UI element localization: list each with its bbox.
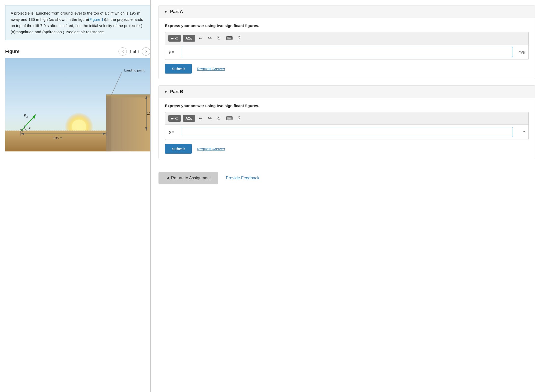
part-b-refresh-btn[interactable]: ↻: [215, 114, 222, 122]
part-a-input-row: v = m/s: [165, 44, 529, 60]
part-a-toolbar: ■ⁿ√□ ΑΣφ ↩ ↪ ↻ ⌨ ?: [165, 32, 529, 44]
part-b-unit: °: [515, 130, 525, 134]
part-b-keyboard-btn[interactable]: ⌨: [224, 114, 234, 122]
part-a-undo-btn[interactable]: ↩: [197, 34, 204, 42]
part-a-label: Part A: [170, 9, 183, 14]
figure-title: Figure: [5, 49, 19, 54]
svg-text:θ: θ: [29, 127, 31, 131]
part-a-greek-btn[interactable]: ΑΣφ: [183, 35, 195, 42]
part-b-submit-btn[interactable]: Submit: [165, 144, 192, 154]
part-a-refresh-btn[interactable]: ↻: [215, 34, 222, 42]
svg-rect-4: [106, 96, 150, 151]
part-b-help-btn[interactable]: ?: [236, 115, 242, 122]
figure-header: Figure < 1 of 1 >: [5, 47, 150, 58]
svg-text:135 m: 135 m: [147, 112, 150, 115]
part-a-answer-input[interactable]: [181, 47, 513, 57]
part-b-actions: Submit Request Answer: [165, 144, 529, 154]
part-b-answer-input[interactable]: [181, 127, 513, 137]
part-a-help-btn[interactable]: ?: [236, 35, 242, 42]
part-b-input-label: θ =: [169, 130, 178, 134]
right-panel: ▼ Part A Express your answer using two s…: [151, 0, 543, 392]
part-b-body: Express your answer using two significan…: [159, 98, 535, 159]
part-a-redo-btn[interactable]: ↪: [206, 34, 213, 42]
part-b-greek-btn[interactable]: ΑΣφ: [183, 115, 195, 122]
part-b-math-btn[interactable]: ■ⁿ√□: [168, 115, 181, 122]
provide-feedback-btn[interactable]: Provide Feedback: [226, 176, 259, 180]
problem-text: A projectile is launched from ground lev…: [5, 5, 150, 40]
part-b-header: ▼ Part B: [159, 86, 535, 98]
svg-text:195 m: 195 m: [53, 136, 62, 140]
left-panel: A projectile is launched from ground lev…: [0, 0, 151, 392]
part-b-request-answer-btn[interactable]: Request Answer: [197, 147, 225, 151]
part-b-section: ▼ Part B Express your answer using two s…: [158, 85, 535, 159]
return-to-assignment-btn[interactable]: ◄ Return to Assignment: [158, 172, 218, 184]
part-b-redo-btn[interactable]: ↪: [206, 114, 213, 122]
part-a-request-answer-btn[interactable]: Request Answer: [197, 67, 225, 71]
figure-svg: Landing point 135 m 195 m: [5, 58, 150, 152]
part-b-instruction: Express your answer using two significan…: [165, 103, 529, 108]
figure-next-btn[interactable]: >: [142, 47, 150, 56]
part-a-unit: m/s: [515, 50, 525, 54]
svg-rect-5: [106, 94, 150, 97]
part-a-body: Express your answer using two significan…: [159, 18, 535, 79]
part-b-input-row: θ = °: [165, 124, 529, 140]
figure-nav: < 1 of 1 >: [118, 47, 150, 56]
part-b-undo-btn[interactable]: ↩: [197, 114, 204, 122]
part-a-section: ▼ Part A Express your answer using two s…: [158, 5, 535, 79]
part-a-collapse-arrow[interactable]: ▼: [164, 10, 168, 14]
part-a-input-label: v =: [169, 50, 178, 54]
figure-prev-btn[interactable]: <: [118, 47, 127, 56]
part-a-actions: Submit Request Answer: [165, 64, 529, 74]
svg-text:0: 0: [27, 116, 28, 119]
part-a-instruction: Express your answer using two significan…: [165, 23, 529, 28]
figure-section: Figure < 1 of 1 >: [5, 47, 150, 152]
figure-count: 1 of 1: [129, 49, 139, 54]
part-b-label: Part B: [170, 89, 183, 94]
part-a-math-btn[interactable]: ■ⁿ√□: [168, 35, 181, 42]
bottom-actions: ◄ Return to Assignment Provide Feedback: [158, 168, 535, 184]
svg-text:Landing point: Landing point: [124, 68, 144, 72]
part-a-header: ▼ Part A: [159, 5, 535, 18]
svg-text:v: v: [24, 113, 26, 117]
part-b-collapse-arrow[interactable]: ▼: [164, 90, 168, 94]
part-a-submit-btn[interactable]: Submit: [165, 64, 192, 74]
part-a-keyboard-btn[interactable]: ⌨: [224, 34, 234, 42]
figure-link[interactable]: Figure 1: [89, 17, 104, 22]
part-b-toolbar: ■ⁿ√□ ΑΣφ ↩ ↪ ↻ ⌨ ?: [165, 112, 529, 124]
figure-image: Landing point 135 m 195 m: [5, 58, 150, 152]
